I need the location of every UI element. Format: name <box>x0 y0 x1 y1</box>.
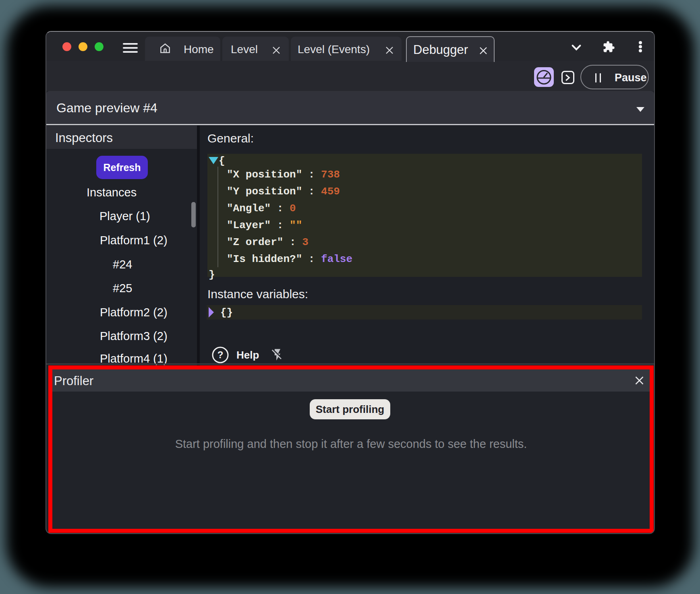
svg-text:?: ? <box>217 349 224 360</box>
